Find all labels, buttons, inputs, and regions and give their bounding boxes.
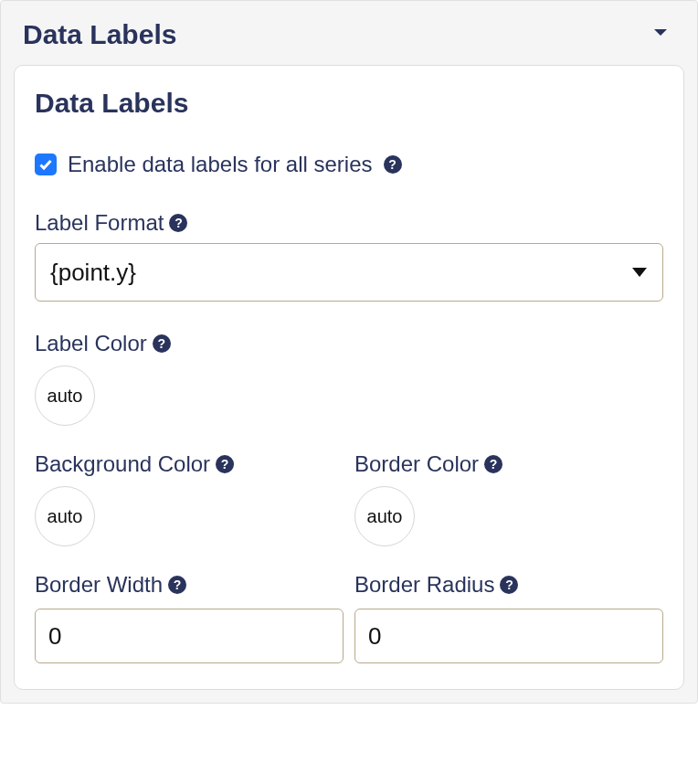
border-width-radius-row: Border Width ? Border Radius ?	[35, 572, 663, 663]
data-labels-section: Data Labels Data Labels Enable data labe…	[0, 0, 698, 704]
label-color-label-row: Label Color ?	[35, 331, 663, 356]
border-color-swatch[interactable]: auto	[354, 486, 415, 546]
label-color-swatch[interactable]: auto	[35, 366, 95, 426]
border-width-input[interactable]	[35, 609, 344, 663]
border-color-label: Border Color	[354, 451, 479, 477]
help-icon[interactable]: ?	[168, 576, 186, 594]
enable-data-labels-row: Enable data labels for all series ?	[35, 152, 663, 177]
label-format-label-row: Label Format ?	[35, 210, 663, 236]
label-format-select-wrap: {point.y}	[35, 243, 663, 302]
label-color-block: Label Color ? auto	[35, 331, 663, 426]
section-header-title: Data Labels	[23, 19, 176, 50]
label-format-select[interactable]: {point.y}	[35, 243, 663, 302]
help-icon[interactable]: ?	[384, 155, 402, 174]
data-labels-card: Data Labels Enable data labels for all s…	[14, 65, 684, 690]
help-icon[interactable]: ?	[153, 334, 171, 353]
border-width-label-row: Border Width ?	[35, 572, 344, 598]
chevron-down-icon	[650, 22, 672, 48]
border-width-block: Border Width ?	[35, 572, 344, 663]
enable-data-labels-checkbox[interactable]	[35, 154, 57, 175]
background-color-swatch[interactable]: auto	[35, 486, 95, 546]
background-color-label-row: Background Color ?	[35, 451, 344, 477]
border-radius-label-row: Border Radius ?	[354, 572, 663, 598]
border-width-label: Border Width	[35, 572, 163, 598]
section-header[interactable]: Data Labels	[1, 1, 697, 65]
help-icon[interactable]: ?	[216, 455, 234, 473]
enable-data-labels-label: Enable data labels for all series	[68, 152, 373, 177]
border-radius-label: Border Radius	[354, 572, 494, 598]
bg-border-color-row: Background Color ? auto Border Color ? a…	[35, 451, 663, 546]
background-color-block: Background Color ? auto	[35, 451, 344, 546]
card-title: Data Labels	[35, 88, 663, 119]
checkmark-icon	[38, 157, 53, 172]
border-color-label-row: Border Color ?	[354, 451, 663, 477]
border-radius-block: Border Radius ?	[354, 572, 663, 663]
help-icon[interactable]: ?	[169, 214, 187, 232]
border-color-block: Border Color ? auto	[354, 451, 663, 546]
border-radius-input[interactable]	[354, 609, 663, 663]
help-icon[interactable]: ?	[484, 455, 502, 473]
background-color-label: Background Color	[35, 451, 210, 477]
label-color-label: Label Color	[35, 331, 147, 356]
label-format-label: Label Format	[35, 210, 164, 236]
help-icon[interactable]: ?	[500, 576, 518, 594]
